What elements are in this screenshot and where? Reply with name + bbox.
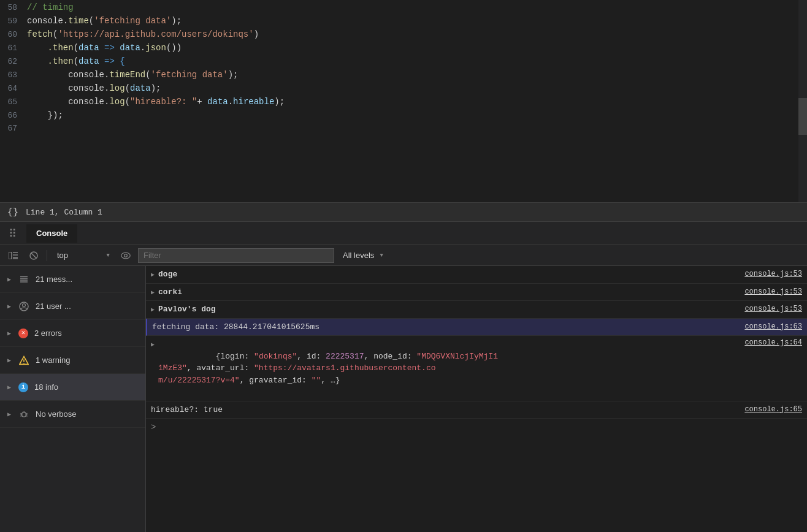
sidebar-toggle-button[interactable] xyxy=(5,249,22,262)
line-number: 67 xyxy=(5,124,27,133)
console-messages-area[interactable]: ▶ doge console.js:53 ▶ corki console.js:… xyxy=(146,266,807,532)
code-line: 59 console.time('fetching data'); xyxy=(0,16,807,29)
console-message-hireable: hireable?: true console.js:65 xyxy=(146,401,807,419)
code-scrollbar[interactable] xyxy=(798,0,807,202)
devtools-panel: ⠿ Console top xyxy=(0,222,807,532)
object-part2: , id: xyxy=(297,352,326,361)
line-number: 59 xyxy=(5,17,27,26)
expand-arrow-corki[interactable]: ▶ xyxy=(151,289,155,296)
code-scrollbar-thumb[interactable] xyxy=(798,98,807,135)
message-text-pavlov: Pavlov's dog xyxy=(158,303,744,316)
code-content: console.timeEnd('fetching data'); xyxy=(27,70,239,80)
message-text-timing: fetching data: 28844.217041015625ms xyxy=(152,321,744,333)
bug-icon xyxy=(19,409,29,419)
code-content: console.log("hireable?: "+ data.hireable… xyxy=(27,97,285,107)
message-text-doge: doge xyxy=(158,268,744,281)
message-text-corki: corki xyxy=(158,286,744,298)
message-link-hireable[interactable]: console.js:65 xyxy=(744,405,802,414)
login-value: "dokinqs" xyxy=(254,352,297,361)
code-line: 64 console.log(data); xyxy=(0,83,807,97)
id-value: 22225317 xyxy=(326,352,364,361)
devtools-menu-icon[interactable]: ⠿ xyxy=(5,224,20,243)
expand-arrow-pavlov[interactable]: ▶ xyxy=(151,306,155,313)
sidebar-item-warning[interactable]: ▶ 1 warning xyxy=(0,347,145,374)
svg-line-26 xyxy=(25,411,25,412)
console-sidebar: ▶ 21 mess... ▶ xyxy=(0,266,146,532)
code-line: 66 }); xyxy=(0,110,807,124)
sidebar-label-info: 18 info xyxy=(34,382,58,392)
gravatar-value: "" xyxy=(312,376,321,385)
svg-line-24 xyxy=(26,416,27,416)
line-number: 64 xyxy=(5,84,27,93)
code-line: 60 fetch('https://api.github.com/users/d… xyxy=(0,29,807,43)
status-bar: {} Line 1, Column 1 xyxy=(0,202,807,222)
expand-arrow-object[interactable]: ▶ xyxy=(151,341,155,348)
code-line: 58 // timing xyxy=(0,2,807,16)
object-part3: , node_id: xyxy=(364,352,417,361)
svg-line-22 xyxy=(26,413,27,414)
info-icon: i xyxy=(18,382,28,392)
console-prompt-line[interactable]: > xyxy=(146,419,807,436)
eye-icon xyxy=(121,252,131,259)
console-message-corki: ▶ corki console.js:53 xyxy=(146,284,807,302)
message-text-hireable: hireable?: true xyxy=(151,404,744,416)
toolbar-divider xyxy=(47,250,47,261)
sidebar-label-errors: 2 errors xyxy=(34,329,62,338)
filter-input[interactable] xyxy=(138,248,334,263)
code-editor: 58 // timing 59 console.time('fetching d… xyxy=(0,0,807,202)
line-number: 61 xyxy=(5,44,27,53)
console-message-doge: ▶ doge console.js:53 xyxy=(146,266,807,284)
code-line: 63 console.timeEnd('fetching data'); xyxy=(0,70,807,83)
svg-rect-0 xyxy=(9,252,12,259)
sidebar-item-errors[interactable]: ▶ ✕ 2 errors xyxy=(0,320,145,347)
svg-point-14 xyxy=(23,303,26,306)
sidebar-label-verbose: No verbose xyxy=(36,409,76,419)
message-link-doge[interactable]: console.js:53 xyxy=(744,270,802,278)
verbose-icon xyxy=(18,409,29,420)
sidebar-item-info[interactable]: ▶ i 18 info xyxy=(0,374,145,401)
clear-console-button[interactable] xyxy=(26,249,42,262)
console-content: ▶ 21 mess... ▶ xyxy=(0,266,807,532)
svg-line-19 xyxy=(20,413,21,414)
console-tab[interactable]: Console xyxy=(26,224,77,243)
message-link-pavlov[interactable]: console.js:53 xyxy=(744,305,802,313)
line-number: 65 xyxy=(5,97,27,107)
context-selector[interactable]: top xyxy=(52,248,113,263)
code-content: console.time('fetching data'); xyxy=(27,16,182,26)
code-line: 65 console.log("hireable?: "+ data.hirea… xyxy=(0,97,807,110)
message-text-object: {login: "dokinqs", id: 22225317, node_id… xyxy=(158,338,802,398)
svg-point-8 xyxy=(124,254,128,257)
console-tab-bar: ⠿ Console xyxy=(0,222,807,245)
expand-icon: ▶ xyxy=(7,276,11,283)
code-line: 67 xyxy=(0,124,807,137)
svg-line-25 xyxy=(23,411,23,412)
expand-icon: ▶ xyxy=(7,411,11,418)
list-icon xyxy=(18,274,29,285)
line-number: 62 xyxy=(5,57,27,66)
messages-list-icon xyxy=(19,275,29,284)
error-icon: ✕ xyxy=(18,329,28,338)
object-part6: , …} xyxy=(321,376,340,385)
message-link-object[interactable]: console.js:64 xyxy=(744,338,802,347)
svg-line-21 xyxy=(20,416,21,416)
object-part4: , avatar_url: xyxy=(187,363,254,373)
sidebar-label-warning: 1 warning xyxy=(36,355,70,365)
sidebar-item-user[interactable]: ▶ 21 user ... xyxy=(0,293,145,320)
expand-icon: ▶ xyxy=(7,384,11,391)
show-live-expressions-button[interactable] xyxy=(117,249,134,262)
message-link-timing[interactable]: console.js:63 xyxy=(744,322,802,331)
sidebar-toggle-icon xyxy=(9,252,18,259)
levels-selector[interactable]: All levels xyxy=(338,248,387,263)
sidebar-item-messages[interactable]: ▶ 21 mess... xyxy=(0,266,145,293)
object-part1: {login: xyxy=(216,352,254,361)
code-lines: 58 // timing 59 console.time('fetching d… xyxy=(0,0,807,140)
console-message-timing: fetching data: 28844.217041015625ms cons… xyxy=(146,319,807,336)
levels-selector-wrap: All levels xyxy=(338,248,387,263)
message-link-corki[interactable]: console.js:53 xyxy=(744,287,802,296)
context-selector-wrap: top xyxy=(52,248,113,263)
console-message-object: console.js:64 ▶ {login: "dokinqs", id: 2… xyxy=(146,336,807,401)
sidebar-item-verbose[interactable]: ▶ No verbose xyxy=(0,401,145,428)
code-content: fetch('https://api.github.com/users/doki… xyxy=(27,29,259,39)
expand-arrow-doge[interactable]: ▶ xyxy=(151,271,155,278)
expand-icon: ▶ xyxy=(7,357,11,364)
